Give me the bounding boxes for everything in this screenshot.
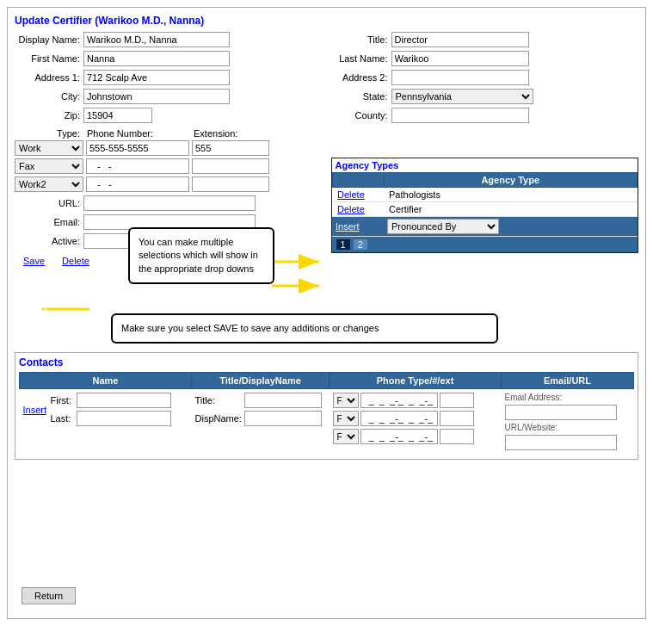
email-address-label: Email Address: [505, 393, 631, 402]
phone-ext-input-2[interactable] [192, 176, 269, 192]
contacts-ext-2[interactable] [440, 411, 474, 426]
agency-col-action [332, 173, 384, 188]
county-row: County: [331, 108, 639, 123]
delete-button[interactable]: Delete [62, 256, 89, 266]
contacts-section: Contacts Name Title/DisplayName Phone Ty… [15, 352, 638, 460]
phone-ext-input-0[interactable] [192, 140, 269, 156]
ext-col-label: Extension: [194, 128, 237, 139]
phone-row-2: Work2WorkFaxHome [15, 176, 323, 192]
agency-insert-select[interactable]: Pronounced By Pathologists Certifier Phy… [387, 219, 499, 234]
contacts-phone-3[interactable] [360, 429, 438, 444]
agency-delete-1[interactable]: Delete [337, 204, 365, 214]
contacts-title-label: Title: [195, 395, 243, 406]
display-name-input[interactable] [83, 32, 230, 47]
tooltip1-text: You can make multiple selections which w… [139, 237, 258, 274]
zip-row: Zip: [15, 108, 323, 123]
tooltip2-text: Make sure you select SAVE to save any ad… [121, 323, 379, 333]
display-name-row: Display Name: [15, 32, 323, 47]
county-input[interactable] [391, 108, 529, 123]
phone-type-select-0[interactable]: WorkFaxWork2Home [15, 140, 83, 156]
phone-number-input-2[interactable] [86, 176, 189, 192]
title-row: Title: [331, 32, 639, 47]
contacts-url-input[interactable] [505, 435, 617, 450]
title-input[interactable] [391, 32, 529, 47]
tooltip-save-reminder: Make sure you select SAVE to save any ad… [111, 313, 498, 344]
contacts-dispname-input[interactable] [244, 411, 322, 426]
tooltip-multiple-selections: You can make multiple selections which w… [128, 227, 274, 284]
contacts-title-input[interactable] [244, 393, 322, 408]
phone-row-1: FaxWorkWork2Home [15, 158, 323, 174]
state-label: State: [331, 91, 391, 102]
last-name-input[interactable] [391, 51, 529, 66]
active-label: Active: [15, 236, 83, 246]
main-container: Update Certifier (Warikoo M.D., Nanna) D… [7, 7, 646, 619]
city-label: City: [15, 91, 83, 102]
email-label: Email: [15, 217, 83, 227]
url-input[interactable] [83, 195, 256, 211]
contacts-phone-type-1[interactable]: FWH [333, 393, 359, 408]
first-name-label: First Name: [15, 53, 83, 64]
agency-delete-0[interactable]: Delete [337, 189, 365, 200]
return-row: Return [15, 580, 638, 611]
zip-label: Zip: [15, 110, 83, 121]
county-label: County: [331, 110, 391, 121]
page-btn-2[interactable]: 2 [353, 238, 368, 251]
save-button[interactable]: Save [23, 256, 45, 266]
phone-ext-input-1[interactable] [192, 158, 269, 174]
last-name-row: Last Name: [331, 51, 639, 66]
agency-insert-button[interactable]: Insert [336, 221, 360, 232]
contacts-phone-type-2[interactable]: FWH [333, 411, 359, 426]
last-name-label: Last Name: [331, 53, 391, 64]
contacts-phone-1[interactable] [360, 393, 438, 408]
phone-number-input-0[interactable] [86, 140, 189, 156]
title-label: Title: [331, 34, 391, 45]
page-btn-1[interactable]: 1 [336, 238, 351, 251]
agency-col-type: Agency Type [384, 173, 638, 188]
agency-table: Agency Type Delete Pathologists Delete C… [332, 172, 638, 237]
contacts-email-input[interactable] [505, 405, 617, 420]
contacts-col-name: Name [20, 373, 192, 389]
state-select[interactable]: Pennsylvania Ohio New York [391, 89, 533, 104]
contacts-insert-row: Insert First: Last: [20, 389, 634, 453]
agency-row-1: Delete Certifier [332, 202, 638, 217]
contacts-ext-3[interactable] [440, 429, 474, 444]
phone-header: Type: Phone Number: Extension: [15, 128, 323, 139]
contacts-title: Contacts [19, 356, 634, 368]
arrow-2 [268, 273, 328, 299]
type-col-label: Type: [15, 128, 83, 139]
agency-title: Agency Types [332, 158, 638, 172]
address2-input[interactable] [391, 70, 529, 85]
first-name-row: First Name: [15, 51, 323, 66]
url-label: URL: [15, 198, 83, 208]
zip-input[interactable] [83, 108, 152, 123]
contacts-ext-1[interactable] [440, 393, 474, 408]
city-input[interactable] [83, 89, 230, 104]
agency-insert-row: Insert Pronounced By Pathologists Certif… [332, 217, 638, 237]
address1-label: Address 1: [15, 72, 83, 83]
return-button[interactable]: Return [22, 587, 76, 604]
contacts-col-title: Title/DisplayName [192, 373, 330, 389]
first-name-input[interactable] [83, 51, 230, 66]
url-website-label: URL/Website: [505, 423, 631, 432]
phone-number-input-1[interactable] [86, 158, 189, 174]
contacts-phone-2[interactable] [360, 411, 438, 426]
main-form: Display Name: First Name: Address 1: Cit… [15, 32, 638, 266]
phone-type-select-1[interactable]: FaxWorkWork2Home [15, 158, 83, 174]
state-row: State: Pennsylvania Ohio New York [331, 89, 639, 104]
address2-row: Address 2: [331, 70, 639, 85]
contacts-first-input[interactable] [77, 393, 171, 408]
arrow-save [42, 296, 94, 322]
contacts-phone-type-3[interactable]: FWH [333, 429, 359, 444]
contacts-table: Name Title/DisplayName Phone Type/#/ext … [19, 372, 634, 452]
contacts-first-label: First: [51, 395, 75, 406]
city-row: City: [15, 89, 323, 104]
agency-type-0: Pathologists [384, 188, 638, 202]
contacts-last-input[interactable] [77, 411, 171, 426]
agency-type-1: Certifier [384, 202, 638, 217]
contacts-col-email: Email/URL [502, 373, 634, 389]
contacts-col-phone: Phone Type/#/ext [330, 373, 502, 389]
address1-input[interactable] [83, 70, 230, 85]
pagination-row: 1 2 [332, 237, 638, 252]
phone-type-select-2[interactable]: Work2WorkFaxHome [15, 176, 83, 192]
agency-section: Agency Types Agency Type Delete Patholog… [331, 158, 639, 253]
